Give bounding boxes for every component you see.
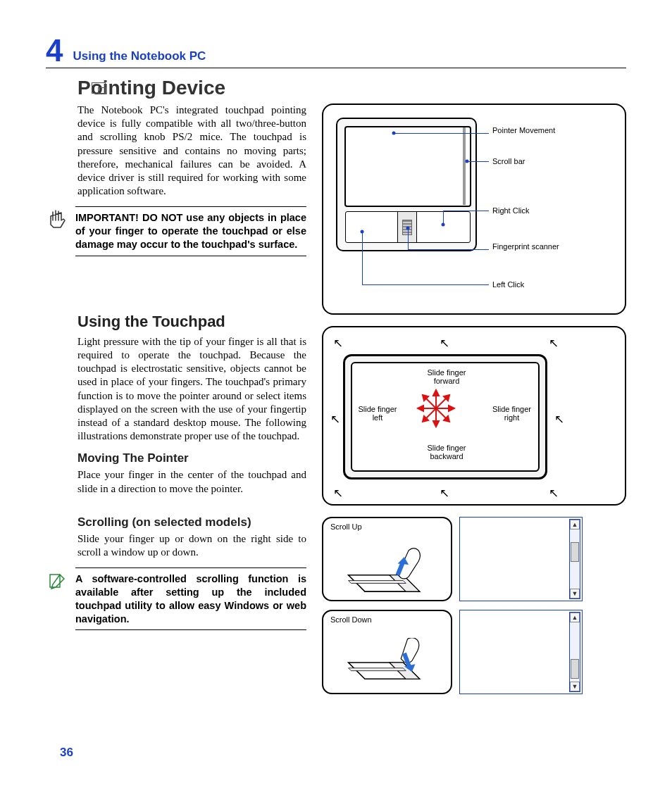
cursor-icon: ↖ — [333, 336, 343, 351]
intro-paragraph: The Notebook PC's integrated touchpad po… — [77, 104, 306, 198]
scroll-down-label: Scroll Down — [330, 615, 372, 624]
touchpad-directions-diagram: ↖ ↖ ↖ ↖ ↖ ↖ ↖ ↖ Slide finger forward Sli… — [322, 326, 626, 506]
svg-marker-7 — [449, 406, 454, 411]
scroll-down-diagram: Scroll Down — [322, 610, 452, 694]
svg-marker-18 — [349, 581, 406, 584]
cursor-icon: ↖ — [440, 336, 449, 351]
scroll-up-label: Scroll Up — [330, 522, 362, 531]
scrollbar-up-arrow-icon: ▲ — [570, 613, 580, 622]
svg-marker-1 — [433, 390, 439, 396]
scrollbar-up-illustration: ▲ ▼ — [459, 517, 583, 601]
scroll-up-diagram: Scroll Up — [322, 517, 452, 601]
note-pencil-icon — [46, 567, 68, 595]
scrollbar-up-arrow-icon: ▲ — [570, 520, 580, 529]
chapter-header: 4 Using the Notebook PC — [46, 35, 626, 68]
cursor-icon: ↖ — [549, 486, 559, 501]
using-touchpad-heading: Using the Touchpad — [77, 313, 306, 331]
moving-pointer-heading: Moving The Pointer — [77, 451, 306, 465]
touchpad-parts-diagram: Pointer Movement Scroll bar Right Click … — [322, 104, 626, 315]
hand-stop-icon — [46, 206, 68, 237]
scrollbar-down-arrow-icon: ▼ — [570, 682, 580, 691]
label-forward: Slide finger forward — [422, 368, 471, 385]
important-callout: IMPORTANT! DO NOT use any objects in pla… — [46, 206, 306, 256]
scrolling-text: Slide your finger up or down on the righ… — [77, 532, 306, 559]
label-backward: Slide finger backward — [422, 444, 471, 460]
label-right-click: Right Click — [492, 206, 530, 215]
scrollbar-thumb — [571, 542, 579, 562]
svg-marker-5 — [418, 406, 423, 411]
page-number: 36 — [60, 746, 73, 760]
page-title: Pointing Device — [77, 77, 626, 99]
label-fingerprint: Fingerprint scanner — [492, 242, 559, 251]
label-pointer-movement: Pointer Movement — [492, 126, 555, 135]
scrollbar-down-illustration: ▲ ▼ — [459, 610, 583, 694]
cursor-icon: ↖ — [330, 412, 340, 427]
scrolling-heading: Scrolling (on selected models) — [77, 515, 306, 529]
important-text: IMPORTANT! DO NOT use any objects in pla… — [75, 206, 306, 256]
using-touchpad-text: Light pressure with the tip of your fing… — [77, 335, 306, 444]
note-callout: A software-controlled scrolling function… — [46, 567, 306, 630]
label-scroll-bar: Scroll bar — [492, 157, 525, 166]
svg-marker-3 — [433, 421, 439, 427]
svg-marker-22 — [349, 668, 406, 671]
label-left: Slide finger left — [356, 405, 399, 422]
label-left-click: Left Click — [492, 280, 524, 289]
scrollbar-down-arrow-icon: ▼ — [570, 589, 580, 598]
cursor-icon: ↖ — [549, 336, 559, 351]
cursor-icon: ↖ — [554, 412, 564, 427]
cursor-icon: ↖ — [333, 486, 343, 501]
note-text: A software-controlled scrolling function… — [75, 567, 306, 630]
cursor-icon: ↖ — [440, 486, 449, 501]
moving-pointer-text: Place your finger in the center of the t… — [77, 468, 306, 495]
chapter-title: Using the Notebook PC — [73, 49, 206, 66]
scrollbar-thumb — [571, 659, 579, 679]
touchpad-icon — [92, 82, 106, 94]
label-right: Slide finger right — [489, 405, 535, 422]
chapter-number: 4 — [46, 35, 63, 66]
